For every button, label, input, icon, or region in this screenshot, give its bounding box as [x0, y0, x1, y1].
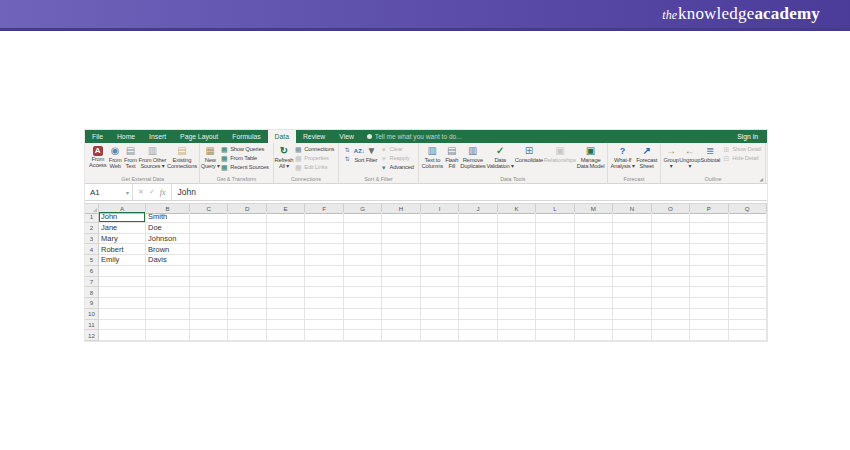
grid-cell-b9[interactable]: [146, 298, 190, 309]
grid-cell-p3[interactable]: [690, 234, 728, 245]
grid-cell-c4[interactable]: [190, 244, 228, 255]
grid-cell-e12[interactable]: [267, 330, 305, 341]
tab-review[interactable]: Review: [296, 130, 332, 143]
name-box[interactable]: A1 ▾: [85, 184, 133, 200]
grid-cell-h7[interactable]: [382, 277, 420, 288]
data-validation-button[interactable]: ✓DataValidation ▾: [486, 144, 514, 170]
grid-cell-g7[interactable]: [344, 277, 382, 288]
grid-cell-q6[interactable]: [729, 266, 767, 277]
grid-cell-p11[interactable]: [690, 320, 728, 331]
grid-cell-g11[interactable]: [344, 320, 382, 331]
grid-cell-g10[interactable]: [344, 309, 382, 320]
grid-cell-q8[interactable]: [729, 287, 767, 298]
grid-cell-a3[interactable]: Mary: [99, 234, 146, 245]
grid-cell-a7[interactable]: [99, 277, 146, 288]
grid-cell-e4[interactable]: [267, 244, 305, 255]
grid-cell-f2[interactable]: [305, 223, 343, 234]
grid-cell-n7[interactable]: [613, 277, 651, 288]
grid-cell-m5[interactable]: [575, 255, 613, 266]
row-header-8[interactable]: 8: [85, 287, 99, 298]
grid-cell-d1[interactable]: [228, 212, 266, 223]
grid-cell-n2[interactable]: [613, 223, 651, 234]
sort-descending-button[interactable]: ⇅: [343, 155, 351, 163]
subtotal-button[interactable]: ≣Subtotal: [700, 144, 720, 163]
grid-cell-q3[interactable]: [729, 234, 767, 245]
grid-cell-m1[interactable]: [575, 212, 613, 223]
grid-cell-i8[interactable]: [421, 287, 459, 298]
sign-in-button[interactable]: Sign in: [728, 130, 767, 143]
grid-cell-l3[interactable]: [536, 234, 574, 245]
grid-cell-h2[interactable]: [382, 223, 420, 234]
grid-cell-k5[interactable]: [498, 255, 536, 266]
grid-cell-c9[interactable]: [190, 298, 228, 309]
row-header-12[interactable]: 12: [85, 330, 99, 341]
grid-cell-g2[interactable]: [344, 223, 382, 234]
grid-cell-o7[interactable]: [652, 277, 690, 288]
grid-cell-k6[interactable]: [498, 266, 536, 277]
grid-cell-b6[interactable]: [146, 266, 190, 277]
grid-cell-q2[interactable]: [729, 223, 767, 234]
grid-cell-c8[interactable]: [190, 287, 228, 298]
grid-cell-i4[interactable]: [421, 244, 459, 255]
grid-cell-j8[interactable]: [459, 287, 497, 298]
selected-cell-a1[interactable]: John: [99, 212, 146, 223]
grid-cell-j7[interactable]: [459, 277, 497, 288]
tab-page-layout[interactable]: Page Layout: [173, 130, 225, 143]
grid-cell-l9[interactable]: [536, 298, 574, 309]
grid-cell-o4[interactable]: [652, 244, 690, 255]
grid-cell-k4[interactable]: [498, 244, 536, 255]
grid-cell-o5[interactable]: [652, 255, 690, 266]
tab-formulas[interactable]: Formulas: [225, 130, 267, 143]
grid-cell-n4[interactable]: [613, 244, 651, 255]
grid-cell-h4[interactable]: [382, 244, 420, 255]
grid-cell-k7[interactable]: [498, 277, 536, 288]
enter-icon[interactable]: ✓: [149, 188, 155, 196]
from-access-button[interactable]: AFromAccess: [88, 144, 108, 169]
tab-view[interactable]: View: [332, 130, 361, 143]
grid-cell-d11[interactable]: [228, 320, 266, 331]
grid-cell-c6[interactable]: [190, 266, 228, 277]
grid-cell-j12[interactable]: [459, 330, 497, 341]
grid-cell-o12[interactable]: [652, 330, 690, 341]
grid-cell-m3[interactable]: [575, 234, 613, 245]
grid-cell-e3[interactable]: [267, 234, 305, 245]
grid-cell-k3[interactable]: [498, 234, 536, 245]
grid-cell-m7[interactable]: [575, 277, 613, 288]
grid-cell-j2[interactable]: [459, 223, 497, 234]
grid-cell-p2[interactable]: [690, 223, 728, 234]
tell-me-box[interactable]: Tell me what you want to do...: [367, 130, 462, 143]
row-header-6[interactable]: 6: [85, 266, 99, 277]
grid-cell-q4[interactable]: [729, 244, 767, 255]
grid-cell-i11[interactable]: [421, 320, 459, 331]
grid-cell-b1[interactable]: Smith: [146, 212, 190, 223]
from-web-button[interactable]: ◉FromWeb: [108, 144, 123, 170]
grid-cell-e6[interactable]: [267, 266, 305, 277]
existing-connections-button[interactable]: ▤ExistingConnections: [167, 144, 198, 170]
grid-cell-c3[interactable]: [190, 234, 228, 245]
from-table-button[interactable]: ▦From Table: [220, 155, 268, 163]
grid-cell-g9[interactable]: [344, 298, 382, 309]
row-header-4[interactable]: 4: [85, 244, 99, 255]
grid-cell-i9[interactable]: [421, 298, 459, 309]
grid-cell-e1[interactable]: [267, 212, 305, 223]
row-header-2[interactable]: 2: [85, 223, 99, 234]
grid-cell-i6[interactable]: [421, 266, 459, 277]
row-header-11[interactable]: 11: [85, 320, 99, 331]
grid-cell-d2[interactable]: [228, 223, 266, 234]
grid-cell-k11[interactable]: [498, 320, 536, 331]
grid-cell-m6[interactable]: [575, 266, 613, 277]
grid-cell-j1[interactable]: [459, 212, 497, 223]
grid-cell-g8[interactable]: [344, 287, 382, 298]
grid-cell-p6[interactable]: [690, 266, 728, 277]
grid-cell-f12[interactable]: [305, 330, 343, 341]
forecast-sheet-button[interactable]: ↗ForecastSheet: [635, 144, 658, 170]
grid-cell-d8[interactable]: [228, 287, 266, 298]
grid-cell-n12[interactable]: [613, 330, 651, 341]
grid-cell-a2[interactable]: Jane: [99, 223, 146, 234]
grid-cell-o1[interactable]: [652, 212, 690, 223]
grid-cell-i12[interactable]: [421, 330, 459, 341]
grid-cell-h12[interactable]: [382, 330, 420, 341]
grid-cell-j11[interactable]: [459, 320, 497, 331]
grid-cell-o6[interactable]: [652, 266, 690, 277]
grid-cell-n10[interactable]: [613, 309, 651, 320]
